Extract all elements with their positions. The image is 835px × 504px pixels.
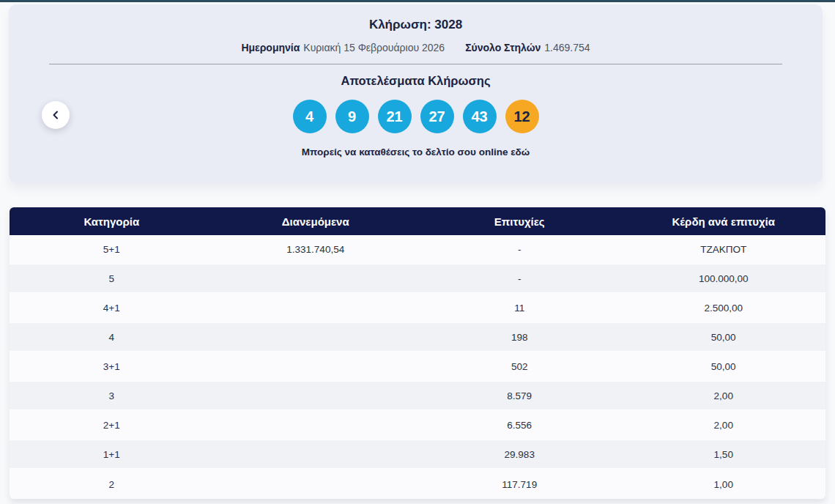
prev-draw-button[interactable] [42,101,70,129]
table-header-cell: Επιτυχίες [417,215,622,228]
cell-prize: 2,00 [622,420,826,431]
winnings-table-header: ΚατηγορίαΔιανεμόμεναΕπιτυχίεςΚέρδη ανά ε… [10,207,825,235]
drawn-number-ball: 27 [420,100,454,133]
draw-title: Κλήρωση: 3028 [9,4,823,32]
cell-winners: 11 [417,303,622,314]
winnings-table-body: 5+1 1.331.740,54 - ΤΖΑΚΠΟΤ 5 - 100.000,0… [10,235,825,499]
cell-winners: 198 [417,332,622,343]
total-columns-value: 1.469.754 [544,42,590,53]
cell-winners: - [417,244,622,255]
cell-winners: 29.983 [417,449,622,460]
drawn-numbers-row: 4921274312 [9,100,823,133]
drawn-number-ball: 43 [463,100,497,133]
drawn-number-ball: 9 [335,100,369,133]
table-row: 5 - 100.000,00 [10,264,825,294]
winnings-table: ΚατηγορίαΔιανεμόμεναΕπιτυχίεςΚέρδη ανά ε… [10,207,825,499]
cell-prize: 2.500,00 [622,303,826,314]
cell-category: 3 [10,390,214,401]
cell-category: 4+1 [10,303,214,314]
cell-winners: 117.719 [417,479,622,490]
table-row: 3+1 502 50,00 [10,352,825,382]
draw-date: ΗμερομηνίαΚυριακή 15 Φεβρουάριου 2026 [241,42,445,53]
cell-winners: 502 [417,361,622,372]
cell-category: 4 [10,332,214,343]
draw-date-label: Ημερομηνία [241,42,300,53]
draw-date-value: Κυριακή 15 Φεβρουάριου 2026 [303,42,445,53]
table-row: 4 198 50,00 [10,323,825,352]
table-row: 2 117.719 1,00 [10,470,825,499]
drawn-number-ball: 4 [293,100,327,133]
chevron-left-icon [51,111,60,119]
cell-winners: 8.579 [417,390,622,401]
cell-prize: 100.000,00 [622,273,826,284]
cell-prize: 50,00 [622,332,826,343]
cell-category: 5+1 [10,244,214,255]
cell-prize: 2,00 [622,390,826,401]
table-header-cell: Διανεμόμενα [214,215,418,228]
cell-category: 2+1 [10,420,214,431]
draw-meta: ΗμερομηνίαΚυριακή 15 Φεβρουάριου 2026 Σύ… [9,42,823,53]
cell-category: 2 [10,479,214,490]
cell-prize: 1,50 [622,449,826,460]
cell-category: 1+1 [10,449,214,460]
table-header-cell: Κατηγορία [10,215,214,228]
cell-winners: - [417,273,622,284]
top-accent-bar [0,0,835,2]
table-row: 4+1 11 2.500,00 [10,294,825,323]
cell-prize: 1,00 [622,479,826,490]
cell-prize: 50,00 [622,361,826,372]
cell-winners: 6.556 [417,420,622,431]
drawn-number-ball: 21 [378,100,412,133]
table-row: 3 8.579 2,00 [10,382,825,411]
cell-distributed: 1.331.740,54 [214,244,418,255]
cell-category: 5 [10,273,214,284]
cell-category: 3+1 [10,361,214,372]
card-divider [49,64,782,64]
cell-prize: ΤΖΑΚΠΟΤ [622,244,826,255]
total-columns-label: Σύνολο Στηλών [465,42,541,53]
results-title: Αποτελέσματα Κλήρωσης [9,74,823,88]
draw-results-card: Κλήρωση: 3028 ΗμερομηνίαΚυριακή 15 Φεβρο… [9,4,823,183]
joker-number-ball: 12 [505,100,539,133]
table-row: 1+1 29.983 1,50 [10,440,825,470]
table-row: 2+1 6.556 2,00 [10,411,825,440]
table-row: 5+1 1.331.740,54 - ΤΖΑΚΠΟΤ [10,235,825,264]
total-columns: Σύνολο Στηλών1.469.754 [465,42,590,53]
table-header-cell: Κέρδη ανά επιτυχία [622,215,826,228]
submit-online-link[interactable]: Μπορείς να καταθέσεις το δελτίο σου onli… [9,147,823,158]
